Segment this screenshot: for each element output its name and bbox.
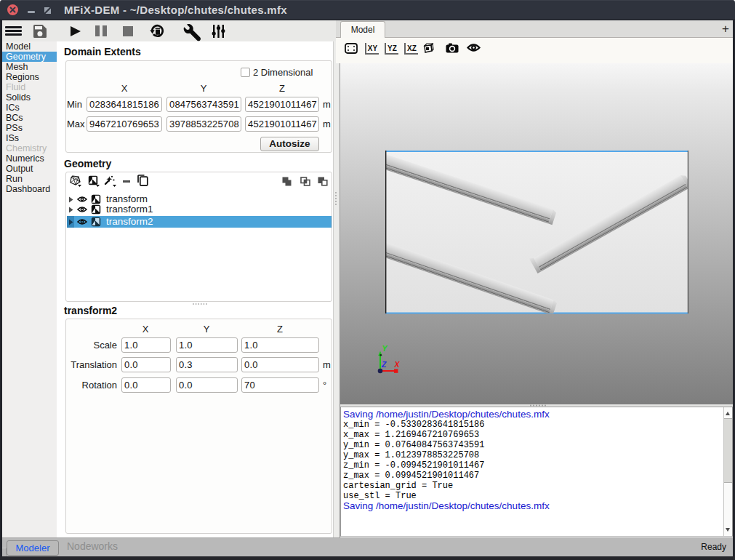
svg-text:Z: Z [381,360,387,369]
svg-text:Y: Y [382,344,388,353]
svg-text:X: X [394,360,401,369]
